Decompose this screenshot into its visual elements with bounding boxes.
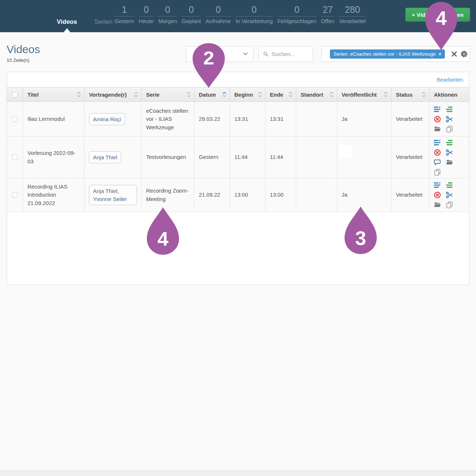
annotation-marker-4-series-cell: 4	[145, 206, 181, 256]
sort-icon[interactable]	[384, 92, 388, 97]
clear-filters-icon[interactable]	[451, 51, 457, 57]
column-header-titel[interactable]: Titel	[23, 88, 85, 101]
column-header-ende[interactable]: Ende	[265, 88, 296, 101]
published-cell: Ja	[337, 102, 391, 136]
presenter-chip[interactable]: Anja Thiel, Yvonne Seiler	[89, 185, 137, 205]
duplicate-icon[interactable]	[446, 126, 453, 133]
location-cell	[296, 102, 337, 136]
column-label: Serie	[146, 92, 160, 98]
counter-value: 0	[206, 4, 231, 16]
presenters-cell: Anja Thiel	[85, 137, 142, 178]
start-cell: 13:31	[230, 102, 265, 136]
open-folder-icon[interactable]	[434, 201, 441, 208]
counter-label: Aufnahme	[206, 18, 231, 24]
cut-scissors-icon[interactable]	[446, 116, 453, 123]
top-navbar: Videos Serien 1 Gestern 0 Heute 0 Morgen…	[0, 0, 476, 32]
duplicate-icon[interactable]	[446, 201, 453, 208]
chip-remove-icon[interactable]: ×	[439, 51, 442, 57]
publish-icon[interactable]	[446, 139, 453, 146]
sort-icon[interactable]	[330, 92, 334, 97]
column-label: Aktionen	[434, 92, 457, 98]
counter-value: 0	[182, 4, 201, 16]
date-cell[interactable]: 21.09.22	[194, 178, 230, 212]
active-tab-indicator	[64, 28, 70, 32]
publish-icon[interactable]	[446, 106, 453, 113]
column-header-datum[interactable]: Datum	[194, 88, 230, 101]
footer-bar	[0, 470, 476, 476]
counter-label: Morgen	[158, 18, 177, 24]
title-cell: Ilias Lernmodul	[23, 102, 85, 136]
tab-videos[interactable]: Videos	[57, 18, 77, 26]
publish-icon[interactable]	[446, 182, 453, 189]
duplicate-icon[interactable]	[434, 169, 441, 176]
comment-icon[interactable]	[434, 159, 441, 166]
delete-icon[interactable]	[434, 191, 441, 198]
counter-value: 280	[339, 4, 366, 16]
column-header-vortragende[interactable]: Vortragende(r)	[85, 88, 142, 101]
counter-label: Heute	[139, 18, 153, 24]
status-cell[interactable]: Verarbeitet	[391, 178, 429, 212]
status-cell[interactable]: Verarbeitet	[391, 102, 429, 136]
edit-link[interactable]: Bearbeiten	[436, 72, 463, 87]
cut-scissors-icon[interactable]	[446, 149, 453, 156]
column-header-serie[interactable]: Serie	[142, 88, 194, 101]
title-cell: Recording ILIAS Introduction 21.09.2022	[23, 178, 85, 212]
delete-icon[interactable]	[434, 149, 441, 156]
presenters-cell: Anja Thiel, Yvonne Seiler	[85, 178, 142, 212]
sort-icon[interactable]	[77, 92, 81, 97]
row-checkbox[interactable]	[12, 155, 18, 160]
column-label: Veröffentlicht	[342, 92, 377, 98]
counter-label: Geplant	[182, 18, 201, 24]
counter-label: Offen	[321, 18, 334, 24]
tab-serien[interactable]: Serien	[94, 18, 112, 26]
presenter-chip[interactable]: Anja Thiel	[89, 151, 121, 164]
counter-value: 1	[115, 4, 134, 16]
delete-icon[interactable]	[434, 116, 441, 123]
counter-value: 0	[158, 4, 177, 16]
videos-table: Bearbeiten Titel Vortragende(r)	[7, 72, 469, 285]
sort-icon[interactable]	[422, 92, 426, 97]
search-box	[259, 46, 313, 62]
sort-icon[interactable]	[187, 92, 191, 97]
counter-value: 0	[278, 4, 316, 16]
presenter-chip[interactable]: Amina Roçi	[89, 113, 125, 126]
row-count: 10 Zeile(n)	[7, 57, 29, 63]
status-cell[interactable]: Verarbeitet	[391, 137, 429, 178]
row-checkbox[interactable]	[12, 116, 18, 122]
select-all-checkbox[interactable]	[12, 92, 18, 97]
column-header-veroeffentlicht[interactable]: Veröffentlicht	[337, 88, 391, 101]
actions-cell	[429, 102, 469, 136]
chevron-down-icon	[243, 52, 248, 56]
annotation-marker-3-published-column: 3	[343, 205, 378, 256]
open-folder-icon[interactable]	[446, 159, 453, 166]
table-row: Ilias Lernmodul Amina Roçi eCoaches stel…	[7, 102, 469, 137]
app-root: Videos Serien 1 Gestern 0 Heute 0 Morgen…	[0, 0, 476, 476]
date-cell[interactable]: 29.03.22	[194, 102, 230, 136]
page-title: Videos	[7, 43, 40, 56]
search-input[interactable]	[272, 51, 308, 57]
series-cell[interactable]: Testvorlesungen	[142, 137, 194, 178]
details-icon[interactable]	[434, 182, 441, 189]
cut-scissors-icon[interactable]	[446, 191, 453, 198]
row-checkbox[interactable]	[12, 192, 18, 198]
details-icon[interactable]	[434, 139, 441, 146]
date-cell[interactable]: Gestern	[194, 137, 230, 178]
sort-icon-active-asc[interactable]	[222, 92, 226, 97]
table-header-row: Titel Vortragende(r) Serie	[7, 87, 469, 102]
details-icon[interactable]	[434, 106, 441, 113]
column-header-standort[interactable]: Standort	[296, 88, 337, 101]
sort-icon[interactable]	[134, 92, 138, 97]
counter-value: 0	[139, 4, 153, 16]
open-folder-icon[interactable]	[434, 126, 441, 133]
sort-icon[interactable]	[258, 92, 262, 97]
counter-gestern: 1 Gestern	[115, 4, 134, 24]
sort-icon[interactable]	[289, 92, 293, 97]
series-cell[interactable]: eCoaches stellen vor - ILIAS Werkzeuge	[142, 102, 194, 136]
counter-offen: 27 Offen	[321, 4, 334, 24]
column-header-aktionen: Aktionen	[429, 88, 469, 101]
column-header-beginn[interactable]: Beginn	[230, 88, 265, 101]
svg-text:3: 3	[355, 227, 366, 249]
counter-label: Verarbeitet	[339, 18, 366, 24]
filter-settings-gear-icon[interactable]	[460, 50, 468, 58]
column-header-status[interactable]: Status	[391, 88, 429, 101]
